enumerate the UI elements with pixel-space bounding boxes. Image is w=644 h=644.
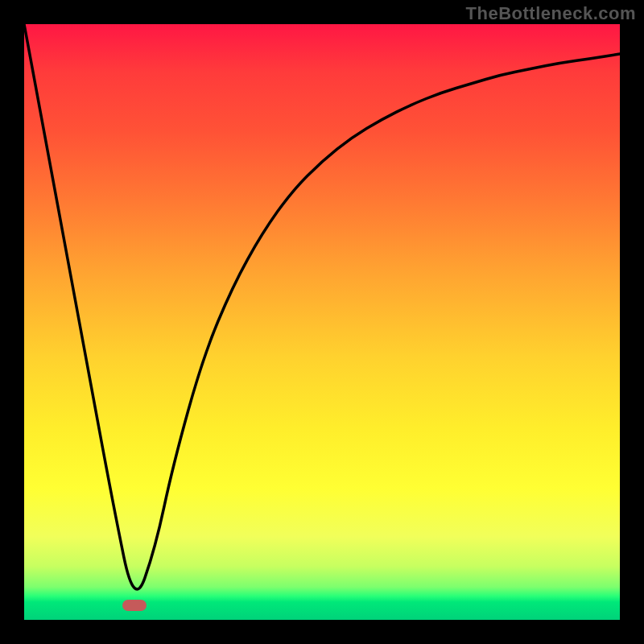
plot-area [24, 24, 620, 620]
bottleneck-curve [24, 24, 620, 620]
watermark-text: TheBottleneck.com [466, 3, 636, 24]
chart-frame: TheBottleneck.com [0, 0, 644, 644]
optimal-marker [122, 600, 147, 611]
